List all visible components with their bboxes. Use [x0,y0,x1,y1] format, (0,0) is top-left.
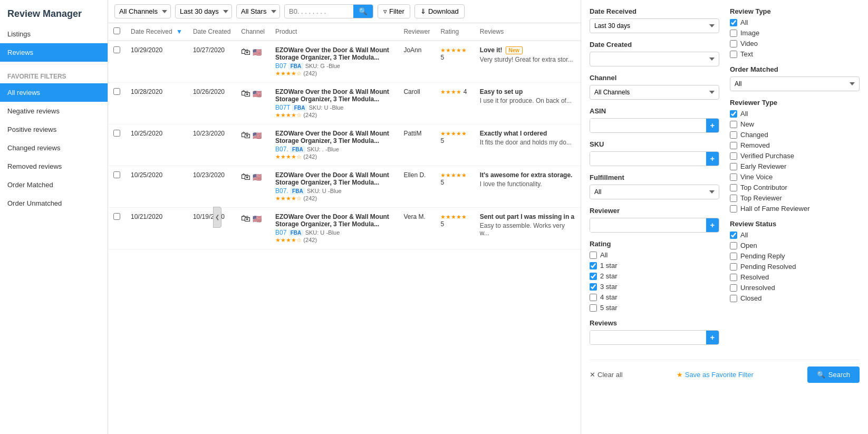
review-status-checkbox-3[interactable] [730,263,737,271]
review-status-checkbox-1[interactable] [730,242,737,249]
reviews-filter-input[interactable] [590,331,706,344]
review-type-checkbox-item: Image [730,29,860,37]
rating-checkbox-item: All [590,251,719,259]
reviewer-stars: ★★★★★ [440,172,467,178]
rating-checkbox-3[interactable] [590,283,597,291]
sidebar-item-negative-reviews[interactable]: Negative reviews [0,102,108,120]
product-stars: ★★★★☆ [275,70,302,76]
review-status-checkbox-0[interactable] [730,232,737,239]
filter-channel: Channel All Channels Amazon eBay [590,74,719,100]
row-checkbox-0[interactable] [113,46,120,53]
col-date-received[interactable]: Date Received ▼ [126,23,188,41]
asin-search-button[interactable]: 🔍 [353,5,373,18]
reviewer-type-checkbox-0[interactable] [730,110,737,118]
row-checkbox-3[interactable] [113,171,120,178]
rating-checkbox-5[interactable] [590,304,597,312]
reviewer-type-checkbox-4[interactable] [730,152,737,160]
reviewer-type-checkbox-3[interactable] [730,142,737,149]
channel-cell: 🛍 🇺🇸 [236,41,270,83]
review-type-checkbox-1[interactable] [730,30,737,37]
asin-link[interactable]: B07 [275,229,286,236]
save-favorite-button[interactable]: ★ Save as Favorite Filter [677,371,754,379]
col-reviewer: Reviewer [398,23,435,41]
save-favorite-label: Save as Favorite Filter [685,371,754,379]
review-type-checkbox-2[interactable] [730,40,737,47]
reviews-add-button[interactable]: + [706,331,719,344]
row-checkbox-2[interactable] [113,130,120,137]
asin-link[interactable]: B07. [275,146,288,153]
channel-label: Channel [590,74,719,82]
row-checkbox-1[interactable] [113,88,120,95]
sidebar-collapse-button[interactable]: ❮ [213,207,221,228]
review-status-checkbox-4[interactable] [730,274,737,281]
rating-number: 4 [464,88,467,95]
clear-icon: ✕ [590,371,595,379]
sidebar-item-positive-reviews[interactable]: Positive reviews [0,120,108,139]
reviews-table-wrap: Date Received ▼ Date Created Channel Pro… [108,23,581,434]
reviewer-type-checkbox-6[interactable] [730,173,737,181]
reviewer-type-checkbox-8[interactable] [730,195,737,202]
clear-all-button[interactable]: ✕ Clear all [590,371,623,379]
sidebar-nav-reviews[interactable]: Reviews [0,43,108,62]
stars-select[interactable]: All Stars 1 Star 2 Stars 3 Stars 4 Stars… [236,4,280,18]
asin-search-input[interactable] [285,5,353,18]
rating-checkbox-4[interactable] [590,294,597,301]
asin-link[interactable]: B07 [275,62,286,70]
review-status-option-label: Pending Resolved [740,263,796,271]
rating-checkbox-1[interactable] [590,262,597,269]
date-received-cell: 10/25/2020 [126,166,188,208]
review-type-checkbox-0[interactable] [730,19,737,26]
row-checkbox-cell [108,124,126,166]
select-all-checkbox[interactable] [113,27,120,34]
rating-checkbox-0[interactable] [590,252,597,259]
review-status-checkbox-5[interactable] [730,284,737,292]
search-filter-button[interactable]: 🔍 Search [807,367,860,383]
sku-add-button[interactable]: + [706,152,719,166]
sidebar-item-removed-reviews[interactable]: Removed reviews [0,157,108,176]
fba-badge: FBA [290,146,305,153]
review-status-checkbox-2[interactable] [730,253,737,260]
sidebar-item-order-matched[interactable]: Order Matched [0,176,108,194]
reviewer-type-checkbox-1[interactable] [730,121,737,128]
asin-link[interactable]: B07. [275,187,288,195]
reviewer-type-checkbox-5[interactable] [730,163,737,170]
review-status-checkbox-6[interactable] [730,295,737,302]
sidebar-item-order-unmatched[interactable]: Order Unmatched [0,194,108,213]
channels-select[interactable]: All Channels Amazon eBay [114,4,171,18]
channel-select[interactable]: All Channels Amazon eBay [590,85,719,100]
review-type-checkbox-3[interactable] [730,51,737,58]
row-checkbox-4[interactable] [113,213,120,220]
reviewer-type-checkbox-7[interactable] [730,184,737,191]
product-title: EZOWare Over the Door & Wall Mount Stora… [275,46,393,61]
review-cell: Sent out part I was missing in a Easy to… [475,208,581,249]
reviewer-add-button[interactable]: + [706,218,719,232]
rating-checkbox-item: 4 star [590,293,719,301]
date-received-select[interactable]: Last 30 days Last 7 days Last 90 days Cu… [590,18,719,33]
sidebar-item-all-reviews[interactable]: All reviews [0,83,108,102]
filter-button[interactable]: ▿ Filter [378,4,410,18]
date-range-select[interactable]: Last 30 days Last 7 days Last 90 days Cu… [175,4,232,18]
sidebar-item-changed-reviews[interactable]: Changed reviews [0,139,108,157]
asin-filter-input[interactable] [590,119,706,132]
col-date-created[interactable]: Date Created [188,23,236,41]
reviewer-filter-input[interactable] [590,218,706,232]
fulfillment-select[interactable]: All FBA FBM [590,185,719,199]
order-matched-select[interactable]: All Matched Unmatched [730,76,860,91]
table-row: 10/28/2020 10/26/2020 🛍 🇺🇸 EZOWare Over … [108,83,581,124]
reviewer-type-checkbox-9[interactable] [730,205,737,213]
date-created-select[interactable] [590,52,719,66]
asin-add-button[interactable]: + [706,119,719,132]
color-text: -Blue [326,229,340,236]
rating-checkbox-2[interactable] [590,273,597,280]
sku-filter-input[interactable] [590,152,706,166]
reviewer-type-checkbox-2[interactable] [730,131,737,139]
download-button[interactable]: ⇓ Download [414,4,465,18]
asin-link[interactable]: B07T [275,104,290,111]
rating-cell: ★★★★★ 5 [435,124,474,166]
color-text: -Blue [328,188,342,194]
filter-asin: ASIN + [590,107,719,133]
channel-cell: 🛍 🇺🇸 [236,208,270,249]
amazon-icon: 🛍 [241,88,250,99]
sidebar-nav-listings[interactable]: Listings [0,25,108,43]
filter-reviewer: Reviewer + [590,207,719,233]
